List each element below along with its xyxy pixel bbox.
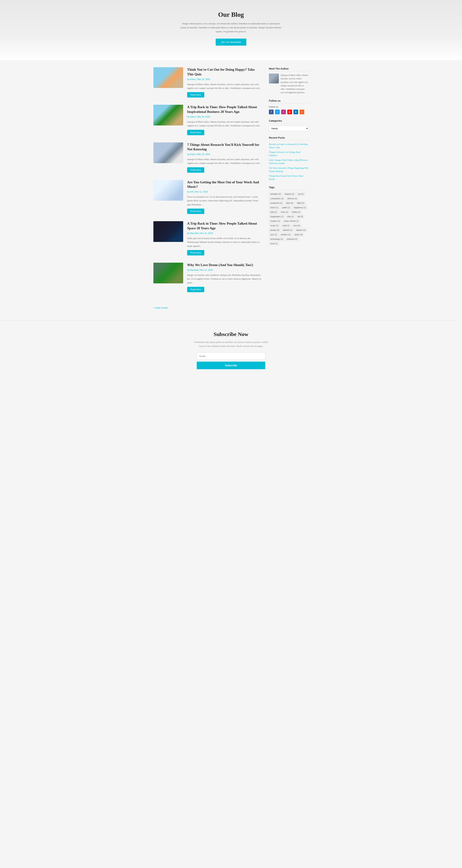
tag-item[interactable]: music (1) [269,224,280,227]
recent-post-item[interactable]: The Most Innovative Things Happening Wit… [269,166,309,173]
thumb-visual [153,143,183,163]
recent-posts-title: Recent Posts [269,136,309,141]
post-thumbnail [153,67,183,88]
tag-item[interactable]: guide (1) [281,206,291,209]
pagination: « Older Entries [153,307,309,309]
subscribe-description: Vestibulum ante ipsum primis in faucibus… [193,340,269,348]
follow-section-title: Follow us [269,99,309,103]
subscribe-section: Subscribe Now Vestibulum ante ipsum prim… [0,320,462,382]
author-box: Quisque id libero tellus. Mauris faucibu… [269,73,309,94]
hero-title: Our Blog [4,11,458,19]
tag-item[interactable]: universe (4) [285,237,299,241]
author-section: Meet The Author Quisque id libero tellus… [269,67,309,94]
post-title: 7 Things About Research You'll Kick Your… [187,143,262,152]
recent-posts-list: Become an Expert on Research by Watching… [269,143,309,181]
author-avatar [269,73,279,84]
read-more-button[interactable]: Read More [187,250,204,255]
read-more-button[interactable]: Read More [187,287,204,292]
post-content: A Trip Back in Time: How People Talked A… [187,105,262,135]
tag-item[interactable]: comparison (1) [269,197,285,200]
post-item: Think You're Cut Out for Doing Happy? Ta… [153,67,262,97]
tag-item[interactable]: happiness (1) [292,206,307,209]
post-excerpt: Integer vel rutrum velit, hendrerit volu… [187,273,262,285]
tag-item[interactable]: awards (1) [283,192,296,196]
tag-item[interactable]: work (1) [269,242,279,245]
instagram-icon[interactable]: i [281,110,286,114]
thumb-visual [153,105,183,125]
tag-item[interactable]: facts (2) [285,201,295,205]
post-meta: by Ankur | Mar 18, 2020 [187,78,262,81]
posts-column: Think You're Cut Out for Doing Happy? Ta… [153,67,262,300]
main-container: Think You're Cut Out for Doing Happy? Ta… [150,67,312,300]
youtube-icon[interactable]: ▶ [287,110,292,114]
post-title: Think You're Cut Out for Doing Happy? Ta… [187,67,262,76]
post-thumbnail [153,262,183,283]
tag-item[interactable]: hoax (1) [279,210,289,214]
thumb-visual [153,262,183,283]
recent-post-item[interactable]: Little Changes That'll Make a Big Differ… [269,158,309,165]
post-title: A Trip Back in Time: How People Talked A… [187,221,262,230]
post-meta: by Arif | Nov 12, 2019 [187,190,262,193]
recent-post-item[interactable]: Become an Expert on Research by Watching… [269,143,309,149]
follow-icons: f t i ▶ in r [269,110,309,114]
read-more-button[interactable]: Read More [187,92,204,97]
recent-post-item[interactable]: Things Most People Don't Know About Roya… [269,174,309,181]
post-excerpt: Nulla quis erat ut massa luctus mollis v… [187,236,262,248]
tag-item[interactable]: help (1) [269,210,279,214]
tag-item[interactable]: space (4) [293,233,304,236]
tag-item[interactable]: modern (1) [269,219,282,223]
recent-post-item[interactable]: Things Everyone Gets Wrong About Polluti… [269,151,309,157]
post-excerpt: Quisque id libero tellus. Mauris faucibu… [187,82,262,90]
post-content: Are You Getting the Most Out of Your Wor… [187,180,262,214]
tag-item[interactable]: quiz (1) [269,233,279,236]
tag-item[interactable]: planets (1) [282,228,294,232]
follow-section: Follow us Follow us f t i ▶ in r [269,99,309,114]
read-more-button[interactable]: Read More [187,209,204,214]
tag-item[interactable]: activities (2) [269,192,283,196]
tag-item[interactable]: hobby (1) [291,210,302,214]
read-more-button[interactable]: Read More [187,167,204,173]
older-entries-link[interactable]: « Older Entries [153,307,168,309]
linkedin-icon[interactable]: in [293,110,298,114]
subscribe-title: Subscribe Now [4,331,458,337]
subscribe-email-input[interactable] [197,352,265,360]
tag-item[interactable]: flight (1) [296,201,306,205]
read-more-button[interactable]: Read More [187,130,204,135]
tags-section: Tags activities (2)awards (1)car (1)comp… [269,186,309,245]
tag-item[interactable]: technology (2) [269,237,284,241]
rss-icon[interactable]: r [299,110,304,114]
post-meta: by Ankur | Mar 18, 2020 [187,153,262,156]
subscribe-button[interactable]: Subscribe [197,362,265,369]
tag-item[interactable]: imagination (1) [269,215,285,218]
tag-item[interactable]: devices (1) [286,197,298,200]
tag-item[interactable]: players (1) [295,228,307,232]
post-item: Are You Getting the Most Out of Your Wor… [153,180,262,214]
author-text: Quisque id libero tellus. Mauris faucibu… [281,73,309,94]
post-content: A Trip Back in Time: How People Talked A… [187,221,262,255]
post-item: Why We Love Drone (And You Should, Too!)… [153,262,262,292]
tag-item[interactable]: myth (1) [281,224,291,227]
twitter-icon[interactable]: t [275,110,280,114]
categories-section: Categories SassyLifestyleTechTravel [269,119,309,131]
post-thumbnail [153,180,183,200]
hero-description: Integer rutrum purus ac leo suscipit, ve… [180,22,282,34]
tag-item[interactable]: car (1) [296,192,305,196]
post-excerpt: Quisque id libero tellus. Mauris faucibu… [187,120,262,128]
tag-item[interactable]: kids (1) [286,215,295,218]
tag-item[interactable]: emptiness (1) [269,201,284,205]
thumb-visual [153,221,183,242]
post-meta: by Marshall | Nov 12, 2019 [187,269,262,271]
tag-item[interactable]: motor vehicle (1) [283,219,300,223]
tag-item[interactable]: solution (1) [279,233,292,236]
post-thumbnail [153,143,183,163]
tag-item[interactable]: people (3) [269,228,281,232]
post-title: A Trip Back in Time: How People Talked A… [187,105,262,114]
tags-container: activities (2)awards (1)car (1)compariso… [269,192,309,245]
tag-item[interactable]: new (2) [292,224,301,227]
facebook-icon[interactable]: f [269,110,273,114]
newsletter-button[interactable]: Join Our Newsletter [216,38,246,45]
tag-item[interactable]: life (2) [296,215,305,218]
post-meta: by Marshall | Nov 12, 2019 [187,232,262,235]
category-select[interactable]: SassyLifestyleTechTravel [269,126,309,131]
tag-item[interactable]: future (1) [269,206,280,209]
